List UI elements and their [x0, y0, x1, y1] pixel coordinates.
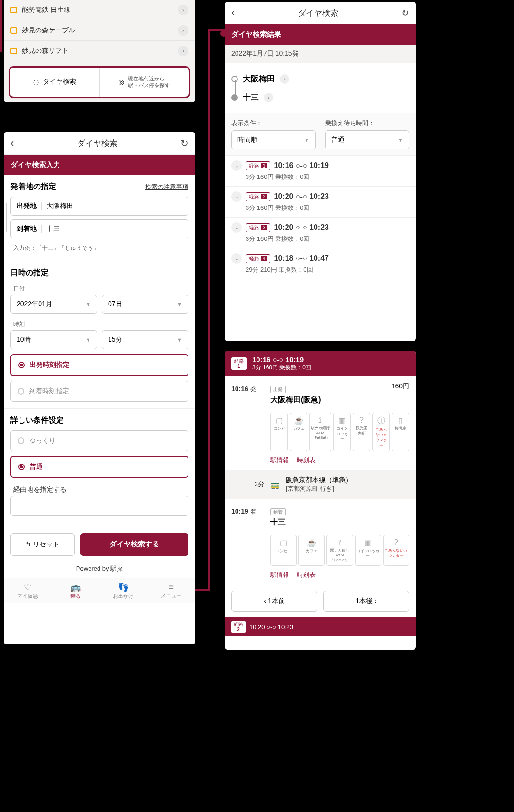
highlight-box: ◌ ダイヤ検索 ◎ 現在地付近から駅・バス停を探す [9, 66, 190, 98]
menu-icon: ≡ [148, 582, 196, 592]
route-item[interactable]: ⌄ 経路 3 10:20 ○-○ 10:23 3分 160円 乗換数：0回 [225, 217, 416, 248]
route-meta: 3分 160円 乗換数：0回 [252, 364, 311, 372]
facility-icons: ▢コンビニ☕カフェ⟟駅ナカ銀行ATM「PatSat」▥コインロッカー?ごあんない… [270, 535, 409, 566]
tab-myhankyu[interactable]: ♡マイ阪急 [4, 578, 52, 603]
timetable-link[interactable]: 時刻表 [297, 456, 319, 464]
chevron-right-icon[interactable]: › [280, 74, 289, 84]
radio-label: 到着時刻指定 [29, 387, 69, 396]
route-time-range: 10:16 ○-○ 10:19 [252, 356, 311, 364]
departure-time-radio[interactable]: 出発時刻指定 [10, 354, 188, 376]
facility-icon[interactable]: ☕カフェ [298, 535, 325, 566]
route-item[interactable]: ⌄ 経路 4 10:18 ○-○ 10:47 29分 210円 乗換数：0回 [225, 248, 416, 279]
reload-button[interactable]: ↻ [180, 138, 188, 149]
tab-ride[interactable]: 🚌乗る [52, 578, 100, 603]
section-heading: 日時の指定 [10, 268, 49, 278]
wait-select[interactable]: 普通▼ [325, 130, 409, 149]
rail-line-item[interactable]: 妙見の森ケーブル› [4, 20, 195, 41]
facility-icon[interactable]: ▢コンビニ [270, 413, 288, 451]
timetable-link[interactable]: 時刻表 [297, 571, 319, 578]
route-badge: 経路 2 [246, 192, 270, 201]
next-train-button[interactable]: 1本後 › [323, 591, 409, 612]
header: ‹ ダイヤ検索 ↻ [4, 132, 195, 155]
reset-button[interactable]: ↰ リセット [10, 533, 75, 556]
chevron-down-icon: ▼ [398, 137, 403, 143]
facility-glyph-icon: ☕ [291, 416, 306, 425]
facility-icon[interactable]: ▢コンビニ [270, 535, 297, 566]
footsteps-icon: 👣 [99, 582, 148, 593]
facility-icon[interactable]: ⓘごあんないカウンター [372, 413, 390, 451]
screen-search-input: ‹ ダイヤ検索 ↻ ダイヤ検索入力 発着地の指定 検索の注意事項 出発地 大阪梅… [4, 132, 195, 644]
route-meta: 3分 160円 乗換数：0回 [231, 204, 409, 212]
dest-station: 十三 [243, 92, 259, 103]
dep-station: 大阪梅田(阪急) [270, 395, 321, 405]
rail-line-item[interactable]: 妙見の森リフト› [4, 41, 195, 61]
facility-icon[interactable]: ☕カフェ [290, 413, 307, 451]
route-times: 10:16 ○-○ 10:19 [274, 161, 329, 170]
tab-menu[interactable]: ≡メニュー [148, 578, 196, 603]
select-value: 15分 [108, 336, 122, 344]
facility-icon[interactable]: ▥コインロッカー [355, 535, 381, 566]
back-button[interactable]: ‹ [10, 137, 14, 149]
hour-select[interactable]: 10時▼ [10, 330, 97, 349]
day-select[interactable]: 07日▼ [102, 295, 188, 314]
month-select[interactable]: 2022年01月▼ [10, 295, 97, 314]
via-input[interactable] [10, 496, 188, 516]
chevron-right-icon[interactable]: › [264, 93, 273, 102]
prev-next-row: ‹ 1本前 1本後 › [225, 585, 416, 617]
minute-select[interactable]: 15分▼ [102, 330, 188, 349]
route-item[interactable]: ⌄ 経路 1 10:16 ○-○ 10:19 3分 160円 乗換数：0回 [225, 155, 416, 186]
flow-connector [0, 0, 2, 52]
select-value: 普通 [331, 136, 345, 144]
search-button[interactable]: ダイヤ検索する [80, 533, 188, 556]
back-button[interactable]: ‹ [231, 7, 235, 19]
facility-icons: ▢コンビニ☕カフェ⟟駅ナカ銀行ATM「PatSat」▥コインロッカー?観光案内所… [270, 413, 409, 451]
departure-block: 160円 10:16 発 出発 大阪梅田(阪急) ▢コンビニ☕カフェ⟟駅ナカ銀行… [225, 376, 416, 470]
nearby-search-button[interactable]: ◎ 現在地付近から駅・バス停を探す [100, 68, 189, 97]
reload-button[interactable]: ↻ [401, 7, 409, 19]
button-label: 現在地付近から駅・バス停を探す [128, 75, 170, 89]
diagram-search-button[interactable]: ◌ ダイヤ検索 [10, 68, 100, 97]
facility-icon[interactable]: ⟟駅ナカ銀行ATM「PatSat」 [309, 413, 331, 451]
sub-label: 日付 [10, 283, 188, 295]
route-times: 10:20 ○-○ 10:23 [274, 223, 329, 232]
facility-icon[interactable]: ▯授乳室 [392, 413, 409, 451]
field-label: 出発地 [17, 202, 42, 210]
rail-line-list: 能勢電鉄 日生線› 妙見の森ケーブル› 妙見の森リフト› [4, 0, 195, 61]
button-label: 1本後 [356, 597, 373, 604]
rail-name: 能勢電鉄 日生線 [22, 6, 178, 14]
button-label: リセット [33, 540, 59, 548]
page-title: ダイヤ検索 [298, 8, 338, 19]
expand-icon: ⌄ [231, 191, 242, 202]
station-info-link[interactable]: 駅情報 [270, 571, 293, 578]
fare: 160円 [392, 382, 409, 391]
tab-outing[interactable]: 👣お出かけ [99, 578, 148, 603]
route-meta: 29分 210円 乗換数：0回 [231, 266, 409, 274]
arr-time: 10:19 [231, 507, 248, 515]
select-value: 2022年01月 [17, 300, 52, 308]
station-info-link[interactable]: 駅情報 [270, 456, 293, 464]
pace-slow-radio[interactable]: ゆっくり [10, 430, 188, 451]
notes-link[interactable]: 検索の注意事項 [145, 183, 188, 191]
rail-line-item[interactable]: 能勢電鉄 日生線› [4, 0, 195, 20]
filter-label: 表示条件： [231, 119, 316, 128]
arrival-time-radio[interactable]: 到着時刻指定 [10, 381, 188, 402]
facility-icon[interactable]: ?観光案内所 [353, 413, 370, 451]
facility-icon[interactable]: ?ごあんないカウンター [383, 535, 409, 566]
sort-select[interactable]: 時間順▼ [231, 130, 316, 149]
departure-field[interactable]: 出発地 大阪梅田 [10, 197, 188, 216]
route-list: ⌄ 経路 1 10:16 ○-○ 10:19 3分 160円 乗換数：0回⌄ 経… [225, 155, 416, 279]
facility-icon[interactable]: ⟟駅ナカ銀行ATM「PatSat」 [326, 535, 353, 566]
screen-rail-list: 能勢電鉄 日生線› 妙見の森ケーブル› 妙見の森リフト› ◌ ダイヤ検索 ◎ 現… [4, 0, 195, 102]
arrival-field[interactable]: 到着地 十三 [10, 219, 188, 238]
od-line [235, 80, 236, 97]
field-label: 到着地 [17, 225, 42, 233]
next-route-header[interactable]: 経路2 10:20 ○-○ 10:23 [225, 617, 416, 636]
route-meta: 3分 160円 乗換数：0回 [231, 235, 409, 243]
arrival-block: 10:19 着 到着 十三 ▢コンビニ☕カフェ⟟駅ナカ銀行ATM「PatSat」… [225, 499, 416, 585]
route-item[interactable]: ⌄ 経路 2 10:20 ○-○ 10:23 3分 160円 乗換数：0回 [225, 186, 416, 217]
facility-icon[interactable]: ▥コインロッカー [333, 413, 351, 451]
pace-normal-radio[interactable]: 普通 [10, 456, 188, 478]
station-links: 駅情報時刻表 [270, 571, 409, 579]
checkbox-icon [10, 27, 17, 34]
prev-train-button[interactable]: ‹ 1本前 [231, 591, 317, 612]
